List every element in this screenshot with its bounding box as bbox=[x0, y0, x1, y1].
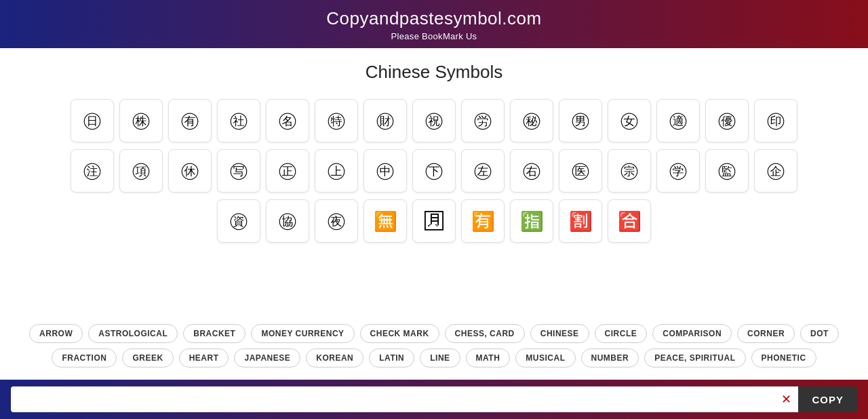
category-astrological[interactable]: ASTROLOGICAL bbox=[88, 324, 178, 343]
category-chess-card[interactable]: CHESS, CARD bbox=[445, 324, 525, 343]
symbol-btn[interactable]: 🈚 bbox=[363, 199, 407, 243]
symbol-btn[interactable]: ㊭ bbox=[754, 149, 797, 193]
category-chinese[interactable]: CHINESE bbox=[530, 324, 589, 343]
symbol-btn[interactable]: ㊗ bbox=[412, 99, 456, 142]
symbol-btn[interactable]: ㊦ bbox=[412, 149, 456, 193]
symbol-btn[interactable]: 🈴 bbox=[608, 199, 651, 243]
page-title: Chinese Symbols bbox=[27, 62, 841, 83]
symbol-btn[interactable]: ㊩ bbox=[559, 149, 602, 193]
category-bracket[interactable]: BRACKET bbox=[183, 324, 245, 343]
symbol-row-3: ㊮ ㊯ ㊰ 🈚 🈷 🈶 🈯 🈹 🈴 bbox=[217, 199, 651, 243]
symbol-btn[interactable]: ㊣ bbox=[266, 149, 309, 193]
category-phonetic[interactable]: PHONETIC bbox=[751, 348, 816, 367]
site-title: Copyandpastesymbol.com bbox=[0, 8, 868, 29]
category-fraction[interactable]: FRACTION bbox=[52, 348, 117, 367]
category-check-mark[interactable]: CHECK MARK bbox=[360, 324, 439, 343]
category-row-2: FRACTION GREEK HEART JAPANESE KOREAN LAT… bbox=[27, 348, 841, 367]
category-japanese[interactable]: JAPANESE bbox=[234, 348, 300, 367]
symbol-btn[interactable]: 🈹 bbox=[559, 199, 602, 243]
category-dot[interactable]: DOT bbox=[800, 324, 839, 343]
symbol-btn[interactable]: ㊰ bbox=[315, 199, 358, 243]
clear-button[interactable]: ✕ bbox=[774, 386, 798, 412]
symbol-btn[interactable]: ㊪ bbox=[608, 149, 651, 193]
symbol-btn[interactable]: ㊮ bbox=[217, 199, 260, 243]
symbol-btn[interactable]: ㊯ bbox=[266, 199, 309, 243]
category-math[interactable]: MATH bbox=[466, 348, 511, 367]
category-heart[interactable]: HEART bbox=[179, 348, 229, 367]
site-subtitle: Please BookMark Us bbox=[0, 31, 868, 41]
main-content: Chinese Symbols ㊐ ㊑ ㊒ ㊓ ㊔ ㊕ ㊖ ㊗ ㊘ ㊙ ㊚ ㊛ … bbox=[0, 48, 868, 324]
categories-section: ARROW ASTROLOGICAL BRACKET MONEY CURRENC… bbox=[0, 324, 868, 380]
copy-input[interactable] bbox=[11, 386, 774, 412]
symbol-row-2: ㊟ ㊠ ㊡ ㊢ ㊣ ㊤ ㊥ ㊦ ㊧ ㊨ ㊩ ㊪ ㊫ ㊬ ㊭ bbox=[71, 149, 797, 193]
category-peace-spiritual[interactable]: PEACE, SPIRITUAL bbox=[644, 348, 745, 367]
symbol-grid: ㊐ ㊑ ㊒ ㊓ ㊔ ㊕ ㊖ ㊗ ㊘ ㊙ ㊚ ㊛ ㊜ ㊝ ㊞ ㊟ ㊠ ㊡ ㊢ ㊣ … bbox=[27, 99, 841, 243]
category-korean[interactable]: KOREAN bbox=[306, 348, 363, 367]
symbol-btn[interactable]: ㊫ bbox=[656, 149, 700, 193]
symbol-btn[interactable]: ㊝ bbox=[705, 99, 749, 142]
symbol-btn[interactable]: ㊕ bbox=[315, 99, 358, 142]
symbol-btn[interactable]: ㊤ bbox=[315, 149, 358, 193]
category-corner[interactable]: CORNER bbox=[737, 324, 795, 343]
copy-button[interactable]: COPY bbox=[798, 386, 857, 412]
symbol-btn[interactable]: ㊡ bbox=[168, 149, 212, 193]
category-number[interactable]: NUMBER bbox=[581, 348, 639, 367]
bottom-bar: ✕ COPY bbox=[0, 380, 868, 419]
symbol-btn[interactable]: ㊛ bbox=[608, 99, 651, 142]
category-greek[interactable]: GREEK bbox=[122, 348, 173, 367]
symbol-btn[interactable]: ㊠ bbox=[119, 149, 163, 193]
category-money-currency[interactable]: MONEY CURRENCY bbox=[251, 324, 354, 343]
symbol-btn[interactable]: ㊓ bbox=[217, 99, 260, 142]
symbol-btn[interactable]: 🈶 bbox=[461, 199, 505, 243]
symbol-btn[interactable]: ㊬ bbox=[705, 149, 749, 193]
symbol-btn[interactable]: ㊟ bbox=[71, 149, 114, 193]
symbol-btn[interactable]: ㊨ bbox=[510, 149, 553, 193]
symbol-btn[interactable]: ㊥ bbox=[363, 149, 407, 193]
symbol-btn[interactable]: ㊞ bbox=[754, 99, 797, 142]
site-header: Copyandpastesymbol.com Please BookMark U… bbox=[0, 0, 868, 48]
symbol-btn[interactable]: ㊔ bbox=[266, 99, 309, 142]
symbol-btn[interactable]: ㊖ bbox=[363, 99, 407, 142]
symbol-row-1: ㊐ ㊑ ㊒ ㊓ ㊔ ㊕ ㊖ ㊗ ㊘ ㊙ ㊚ ㊛ ㊜ ㊝ ㊞ bbox=[71, 99, 797, 142]
category-latin[interactable]: LATIN bbox=[369, 348, 414, 367]
symbol-btn[interactable]: ㊐ bbox=[71, 99, 114, 142]
category-line[interactable]: LINE bbox=[420, 348, 460, 367]
symbol-btn[interactable]: ㊚ bbox=[559, 99, 602, 142]
symbol-btn[interactable]: ㊒ bbox=[168, 99, 212, 142]
symbol-btn[interactable]: ㊢ bbox=[217, 149, 260, 193]
category-arrow[interactable]: ARROW bbox=[29, 324, 83, 343]
category-comparison[interactable]: COMPARISON bbox=[652, 324, 732, 343]
category-row-1: ARROW ASTROLOGICAL BRACKET MONEY CURRENC… bbox=[27, 324, 841, 343]
symbol-btn[interactable]: ㊙ bbox=[510, 99, 553, 142]
symbol-btn[interactable]: ㊜ bbox=[656, 99, 700, 142]
symbol-btn[interactable]: ㊘ bbox=[461, 99, 505, 142]
symbol-btn[interactable]: 🈷 bbox=[412, 199, 456, 243]
symbol-btn[interactable]: 🈯 bbox=[510, 199, 553, 243]
symbol-btn[interactable]: ㊧ bbox=[461, 149, 505, 193]
symbol-btn[interactable]: ㊑ bbox=[119, 99, 163, 142]
category-circle[interactable]: CIRCLE bbox=[595, 324, 648, 343]
category-musical[interactable]: MUSICAL bbox=[515, 348, 575, 367]
